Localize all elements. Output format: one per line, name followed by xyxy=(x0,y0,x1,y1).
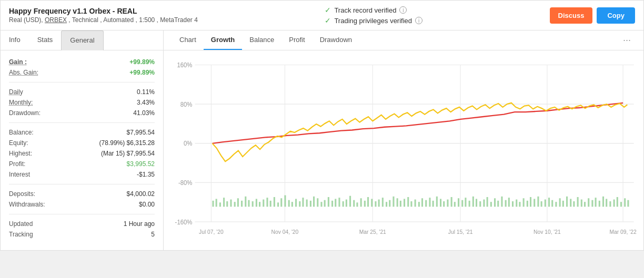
svg-rect-115 xyxy=(545,200,546,207)
chart-tabs: Chart Growth Balance Profit Drawdown ··· xyxy=(164,30,643,50)
highest-label: Highest: xyxy=(9,150,32,157)
tracking-label: Tracking xyxy=(9,231,33,238)
stat-row-highest: Highest: (Mar 15) $7,995.54 xyxy=(9,148,155,159)
svg-rect-119 xyxy=(559,198,561,207)
discuss-button[interactable]: Discuss xyxy=(550,7,593,24)
divider-4 xyxy=(9,214,155,214)
sidebar-tabs: Info Stats General xyxy=(1,30,163,50)
tab-general[interactable]: General xyxy=(61,30,103,50)
tab-balance[interactable]: Balance xyxy=(242,30,281,50)
svg-rect-71 xyxy=(386,202,387,207)
stat-row-daily: Daily 0.11% xyxy=(9,87,155,97)
svg-rect-79 xyxy=(415,200,416,207)
svg-rect-109 xyxy=(523,198,525,207)
svg-rect-50 xyxy=(310,201,311,207)
svg-rect-26 xyxy=(223,198,225,207)
tab-chart[interactable]: Chart xyxy=(172,30,204,50)
svg-rect-135 xyxy=(617,197,618,207)
withdrawals-value: $0.00 xyxy=(139,201,155,208)
svg-rect-96 xyxy=(476,199,477,207)
svg-rect-36 xyxy=(259,202,260,207)
svg-rect-52 xyxy=(317,198,318,207)
tab-stats[interactable]: Stats xyxy=(29,30,62,50)
svg-rect-43 xyxy=(284,195,286,207)
updated-label: Updated xyxy=(9,220,33,228)
svg-rect-114 xyxy=(541,201,542,207)
svg-rect-30 xyxy=(237,198,239,207)
svg-rect-63 xyxy=(356,202,358,207)
updated-value: 1 Hour ago xyxy=(124,220,155,228)
sidebar-content: Gain : +99.89% Abs. Gain: +99.89% Daily … xyxy=(1,50,163,246)
check-icon-1: ✓ xyxy=(325,6,331,14)
svg-text:Nov 04, '20: Nov 04, '20 xyxy=(271,229,299,235)
svg-rect-65 xyxy=(364,201,366,207)
svg-rect-66 xyxy=(367,197,369,207)
divider-2 xyxy=(9,122,155,123)
svg-rect-23 xyxy=(212,201,214,207)
svg-rect-83 xyxy=(429,198,430,207)
svg-rect-97 xyxy=(479,201,481,207)
app-subtitle: Real (USD), ORBEX , Technical , Automate… xyxy=(9,16,198,24)
deposits-label: Deposits: xyxy=(9,190,35,198)
svg-rect-100 xyxy=(490,202,492,207)
svg-rect-28 xyxy=(230,200,232,207)
stat-row-tracking: Tracking 5 xyxy=(9,229,155,240)
growth-chart: 160% 80% 0% -80% -160% Jul 07, '20 Nov 0… xyxy=(168,59,639,246)
verification-section: ✓ Track record verified i ✓ Trading priv… xyxy=(325,6,422,25)
svg-rect-92 xyxy=(461,200,463,207)
trading-privileges-verified: ✓ Trading privileges verified i xyxy=(325,16,422,25)
track-info-icon[interactable]: i xyxy=(399,6,407,14)
svg-rect-134 xyxy=(613,200,615,207)
app-container: Happy Frequency v1.1 Orbex - REAL Real (… xyxy=(0,0,644,251)
svg-rect-88 xyxy=(447,200,448,207)
svg-rect-58 xyxy=(338,198,340,207)
stat-row-abs-gain: Abs. Gain: +99.89% xyxy=(9,67,155,78)
profit-label: Profit: xyxy=(9,160,25,168)
withdrawals-label: Withdrawals: xyxy=(9,201,45,208)
trading-info-icon[interactable]: i xyxy=(415,17,422,24)
svg-rect-104 xyxy=(505,200,507,207)
svg-rect-39 xyxy=(270,201,271,207)
stat-row-gain: Gain : +99.89% xyxy=(9,57,155,67)
abs-gain-label: Abs. Gain: xyxy=(9,69,38,76)
svg-rect-99 xyxy=(487,197,488,207)
svg-rect-113 xyxy=(537,197,539,207)
svg-rect-105 xyxy=(508,198,510,207)
svg-rect-93 xyxy=(465,198,466,207)
svg-rect-24 xyxy=(216,199,217,207)
trading-privileges-label: Trading privileges verified xyxy=(334,17,412,25)
svg-rect-64 xyxy=(360,198,362,207)
tab-drawdown[interactable]: Drawdown xyxy=(313,30,359,50)
equity-value: (78.99%) $6,315.28 xyxy=(99,139,155,147)
copy-button[interactable]: Copy xyxy=(597,7,635,24)
app-title: Happy Frequency v1.1 Orbex - REAL xyxy=(9,7,198,15)
svg-rect-118 xyxy=(555,202,557,207)
stat-row-equity: Equity: (78.99%) $6,315.28 xyxy=(9,138,155,148)
svg-rect-117 xyxy=(551,200,553,207)
svg-text:Nov 10, '21: Nov 10, '21 xyxy=(534,229,561,235)
stat-row-drawdown: Drawdown: 41.03% xyxy=(9,108,155,118)
chart-more-button[interactable]: ··· xyxy=(619,30,635,50)
svg-rect-68 xyxy=(375,201,376,207)
svg-text:Jul 15, '21: Jul 15, '21 xyxy=(448,229,473,235)
svg-rect-67 xyxy=(371,199,373,207)
svg-rect-34 xyxy=(252,201,254,207)
svg-rect-82 xyxy=(425,200,427,207)
tab-growth[interactable]: Growth xyxy=(204,30,243,50)
tab-profit[interactable]: Profit xyxy=(281,30,312,50)
svg-rect-31 xyxy=(241,201,243,207)
bar-chart xyxy=(212,195,629,207)
abs-gain-value: +99.89% xyxy=(129,69,155,76)
svg-text:Mar 09, '22: Mar 09, '22 xyxy=(610,229,637,235)
svg-rect-86 xyxy=(440,199,441,207)
svg-rect-80 xyxy=(418,202,420,207)
svg-rect-48 xyxy=(302,198,304,207)
stat-row-deposits: Deposits: $4,000.02 xyxy=(9,189,155,199)
svg-text:80%: 80% xyxy=(180,100,193,108)
svg-rect-124 xyxy=(577,197,579,207)
tab-info[interactable]: Info xyxy=(1,30,29,50)
svg-rect-116 xyxy=(548,198,550,207)
svg-rect-128 xyxy=(591,200,593,207)
broker-link[interactable]: ORBEX xyxy=(45,16,67,24)
header-left: Happy Frequency v1.1 Orbex - REAL Real (… xyxy=(9,7,198,24)
